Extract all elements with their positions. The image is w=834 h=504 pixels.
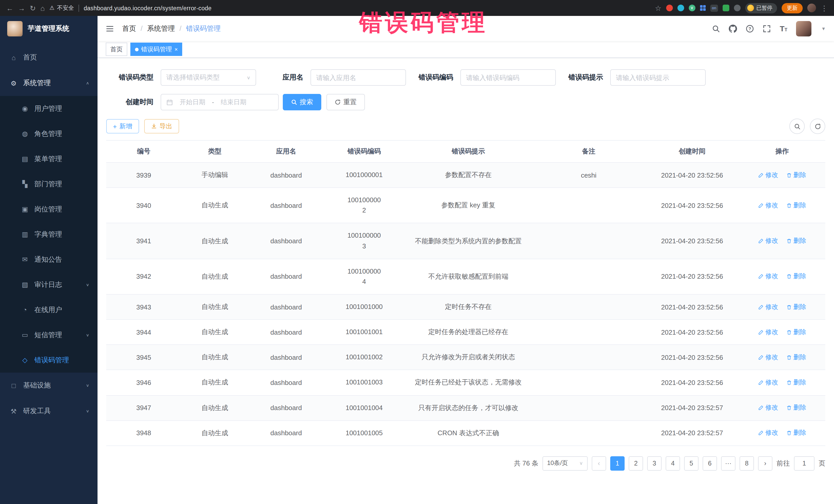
edit-link[interactable]: 修改 <box>758 303 778 311</box>
page-number-button[interactable]: 3 <box>647 456 662 470</box>
sidebar-item[interactable]: ⌂ 首页 <box>0 45 97 70</box>
extension-leaf-icon[interactable] <box>722 5 729 11</box>
page-number-button[interactable]: 4 <box>666 456 680 470</box>
delete-link[interactable]: 删除 <box>786 272 806 281</box>
page-size-select[interactable]: 10条/页 ∨ <box>543 456 588 470</box>
font-size-icon[interactable]: TT <box>780 25 787 32</box>
error-type-select[interactable]: 请选择错误码类型 ∨ <box>161 69 256 86</box>
extension-drop-icon[interactable] <box>677 5 684 11</box>
cell-code: 100100000 4 <box>324 259 404 294</box>
cell-type: 自动生成 <box>181 320 248 345</box>
breadcrumb-home[interactable]: 首页 <box>122 24 136 33</box>
page-number-button[interactable]: 6 <box>703 456 717 470</box>
extension-record-icon[interactable] <box>666 5 673 11</box>
edit-link[interactable]: 修改 <box>758 237 778 245</box>
forward-icon[interactable]: → <box>18 4 25 12</box>
tab-close-icon[interactable]: × <box>175 46 178 52</box>
date-start-input[interactable] <box>176 98 209 106</box>
user-avatar[interactable] <box>796 21 811 36</box>
breadcrumb-system[interactable]: 系统管理 <box>147 24 175 33</box>
delete-link[interactable]: 删除 <box>786 378 806 387</box>
extension-pin-icon[interactable] <box>734 5 740 11</box>
cell-msg: 只有开启状态的任务，才可以修改 <box>404 395 532 420</box>
bookmark-star-icon[interactable]: ☆ <box>655 4 661 12</box>
sidebar-item[interactable]: ◔ 在线用户 <box>0 297 97 322</box>
delete-link[interactable]: 删除 <box>786 328 806 336</box>
edit-link[interactable]: 修改 <box>758 201 778 210</box>
delete-link[interactable]: 删除 <box>786 429 806 438</box>
view-tab[interactable]: 首页 × <box>106 43 127 56</box>
sidebar-item[interactable]: ▤ 菜单管理 <box>0 146 97 171</box>
edit-link[interactable]: 修改 <box>758 378 778 387</box>
cell-code: 1001001004 <box>324 395 404 420</box>
delete-link-label: 删除 <box>793 378 806 387</box>
add-button[interactable]: + 新增 <box>106 119 139 133</box>
refresh-button[interactable] <box>810 118 825 134</box>
sidebar-item[interactable]: ◇ 错误码管理 <box>0 348 97 373</box>
sidebar-item[interactable]: ◉ 用户管理 <box>0 96 97 121</box>
edit-link[interactable]: 修改 <box>758 353 778 362</box>
extension-grid-icon[interactable] <box>700 5 706 11</box>
fullscreen-icon[interactable] <box>763 24 771 32</box>
delete-link[interactable]: 删除 <box>786 237 806 245</box>
sidebar-item[interactable]: ▧ 审计日志 ∨ <box>0 272 97 297</box>
edit-link[interactable]: 修改 <box>758 272 778 281</box>
security-indicator[interactable]: ⚠ 不安全 <box>49 4 74 12</box>
sidebar-item[interactable]: ▭ 短信管理 ∨ <box>0 322 97 348</box>
goto-page-input[interactable] <box>794 456 814 470</box>
delete-link[interactable]: 删除 <box>786 201 806 210</box>
page-number-button[interactable]: 8 <box>740 456 754 470</box>
cell-id: 3947 <box>106 395 181 420</box>
toggle-search-button[interactable] <box>789 118 805 134</box>
prev-page-button[interactable]: ‹ <box>592 456 606 470</box>
page-number-button[interactable]: 2 <box>629 456 643 470</box>
sidebar-item[interactable]: ▣ 岗位管理 <box>0 197 97 222</box>
delete-link[interactable]: 删除 <box>786 403 806 412</box>
profile-paused-chip[interactable]: 已暂停 <box>745 3 777 13</box>
browser-avatar[interactable] <box>807 4 816 12</box>
view-tab[interactable]: 错误码管理 × <box>130 43 182 56</box>
browser-home-icon[interactable]: ⌂ <box>40 4 45 12</box>
sidebar-item[interactable]: ⚒ 研发工具 ∨ <box>0 398 97 424</box>
date-range-picker[interactable]: - <box>161 94 279 110</box>
date-end-input[interactable] <box>217 98 250 106</box>
search-icon[interactable] <box>712 24 720 32</box>
reload-icon[interactable]: ↻ <box>30 4 36 12</box>
edit-link[interactable]: 修改 <box>758 403 778 412</box>
delete-link[interactable]: 删除 <box>786 303 806 311</box>
edit-link[interactable]: 修改 <box>758 328 778 336</box>
delete-link[interactable]: 删除 <box>786 353 806 362</box>
edit-link[interactable]: 修改 <box>758 429 778 438</box>
page-number-button[interactable]: 1 <box>610 456 624 470</box>
sidebar-item[interactable]: ▚ 部门管理 <box>0 171 97 197</box>
search-button[interactable]: 搜索 <box>283 94 321 110</box>
sidebar-item[interactable]: ✉ 通知公告 <box>0 247 97 272</box>
next-page-button[interactable]: › <box>758 456 772 470</box>
sidebar-item[interactable]: ▥ 字典管理 <box>0 222 97 247</box>
export-button[interactable]: 导出 <box>144 119 179 133</box>
page-number-button[interactable]: 5 <box>684 456 699 470</box>
sidebar-item[interactable]: □ 基础设施 ∨ <box>0 373 97 398</box>
sidebar-item[interactable]: ⚙ 系统管理 ∧ <box>0 70 97 96</box>
sidebar-item[interactable]: ◍ 角色管理 <box>0 121 97 146</box>
tags-view-bar: 首页 × 错误码管理 × <box>97 41 834 58</box>
extension-on-badge-icon[interactable]: on <box>710 4 718 12</box>
error-msg-input[interactable] <box>610 69 706 86</box>
hamburger-icon[interactable] <box>106 24 114 32</box>
github-icon[interactable] <box>729 24 737 32</box>
page-number-button[interactable]: ··· <box>721 456 736 470</box>
reset-button[interactable]: 重置 <box>326 94 365 110</box>
url-text[interactable]: dashboard.yudao.iocoder.cn/system/error-… <box>84 5 212 11</box>
calendar-icon <box>166 99 173 106</box>
error-code-input[interactable] <box>460 69 556 86</box>
help-icon[interactable]: ? <box>746 24 754 32</box>
extension-vue-devtools-icon[interactable]: V <box>688 5 695 11</box>
browser-menu-icon[interactable]: ⋮ <box>821 4 828 12</box>
back-icon[interactable]: ← <box>6 4 13 12</box>
avatar-caret-icon[interactable]: ▼ <box>821 26 826 31</box>
edit-link-label: 修改 <box>765 171 778 179</box>
app-name-input[interactable] <box>310 69 406 86</box>
edit-link[interactable]: 修改 <box>758 171 778 179</box>
delete-link[interactable]: 删除 <box>786 171 806 179</box>
browser-update-button[interactable]: 更新 <box>782 3 803 13</box>
